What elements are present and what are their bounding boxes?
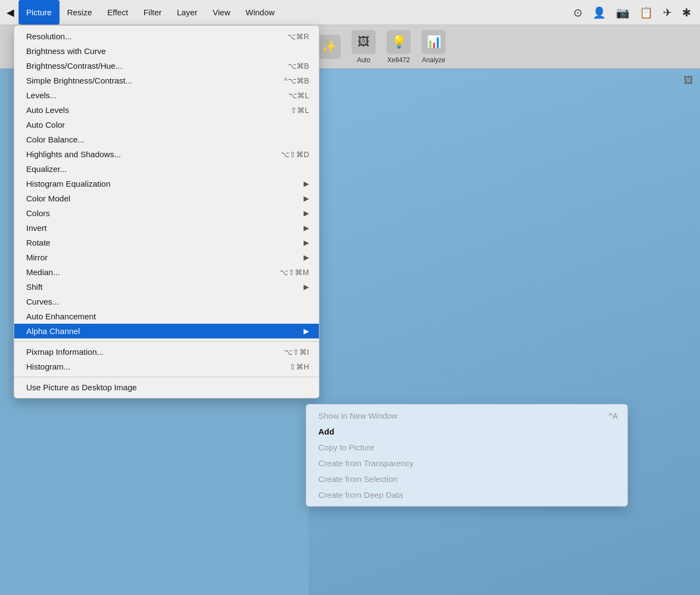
clipboard-icon[interactable]: 📋 — [639, 6, 653, 19]
submenu-item-create-from-selection[interactable]: Create from Selection — [306, 471, 627, 487]
canvas-area: 🖼 — [309, 69, 700, 595]
menu-item-equalizer-label: Equalizer... — [26, 164, 67, 174]
menu-item-auto-levels[interactable]: Auto Levels ⇧⌘L — [14, 103, 319, 117]
menu-item-highlights-shadows-label: Highlights and Shadows... — [26, 150, 121, 159]
menu-item-color-balance-label: Color Balance... — [26, 135, 85, 144]
menu-item-resolution-shortcut: ⌥⌘R — [287, 32, 309, 41]
menu-item-use-desktop-label: Use Picture as Desktop Image — [26, 383, 137, 392]
star-icon[interactable]: ✱ — [682, 6, 691, 19]
person-icon[interactable]: 👤 — [592, 6, 606, 19]
invert-arrow-icon: ▶ — [304, 224, 309, 232]
menu-item-curves[interactable]: Curves... — [14, 294, 319, 309]
menu-item-resolution[interactable]: Resolution... ⌥⌘R — [14, 29, 319, 44]
submenu-copy-to-picture-label: Copy to Picture — [318, 443, 375, 452]
menubar: ◀ Picture Resize Effect Filter Layer Vie… — [0, 0, 700, 25]
submenu-create-from-deep-data-label: Create from Deep Data — [318, 490, 403, 499]
menu-item-histogram-label: Histogram... — [26, 362, 70, 371]
menu-item-alpha-channel-label: Alpha Channel — [26, 326, 80, 336]
submenu-create-from-selection-label: Create from Selection — [318, 474, 398, 484]
toolbar-btn-xe8472[interactable]: 💡 Xe8472 — [387, 30, 411, 64]
menu-item-auto-enhancement[interactable]: Auto Enhancement — [14, 309, 319, 324]
menu-item-median[interactable]: Median... ⌥⇧⌘M — [14, 265, 319, 279]
menu-item-mirror[interactable]: Mirror ▶ — [14, 250, 319, 265]
menu-item-highlights-shadows-shortcut: ⌥⇧⌘D — [281, 150, 309, 159]
menubar-item-resize[interactable]: Resize — [60, 0, 100, 25]
menu-item-rotate[interactable]: Rotate ▶ — [14, 235, 319, 250]
menu-item-colors[interactable]: Colors ▶ — [14, 206, 319, 221]
menubar-item-window[interactable]: Window — [238, 0, 282, 25]
menu-item-color-balance[interactable]: Color Balance... — [14, 132, 319, 147]
menu-item-median-shortcut: ⌥⇧⌘M — [280, 268, 309, 277]
canvas-icon: 🖼 — [684, 75, 693, 86]
color-model-arrow-icon: ▶ — [304, 194, 309, 203]
submenu-item-create-from-transparency[interactable]: Create from Transparency — [306, 455, 627, 471]
submenu-item-copy-to-picture[interactable]: Copy to Picture — [306, 439, 627, 455]
menu-item-brightness-curve[interactable]: Brightness with Curve — [14, 44, 319, 58]
menu-item-pixmap-info-label: Pixmap Information... — [26, 347, 104, 356]
submenu-item-add[interactable]: Add — [306, 424, 627, 439]
shift-arrow-icon: ▶ — [304, 283, 309, 291]
menu-item-levels[interactable]: Levels... ⌥⌘L — [14, 88, 319, 103]
menu-item-simple-brightness-shortcut: ^⌥⌘B — [284, 76, 309, 85]
menu-item-auto-color[interactable]: Auto Color — [14, 117, 319, 132]
menu-item-levels-shortcut: ⌥⌘L — [288, 91, 309, 100]
camera-icon[interactable]: 📷 — [616, 6, 630, 19]
wand-icon: ✨ — [317, 35, 341, 59]
menu-item-shift-label: Shift — [26, 282, 43, 291]
menubar-item-t[interactable]: ◀ — [0, 0, 19, 25]
menu-item-equalizer[interactable]: Equalizer... — [14, 162, 319, 176]
menubar-item-picture[interactable]: Picture — [19, 0, 60, 25]
menu-item-auto-levels-shortcut: ⇧⌘L — [290, 106, 309, 115]
menu-item-brightness-contrast-hue-label: Brightness/Contrast/Hue... — [26, 61, 122, 70]
menu-item-brightness-curve-label: Brightness with Curve — [26, 46, 106, 56]
submenu-item-show-new-window[interactable]: Show in New Window ^A — [306, 408, 627, 424]
menu-item-highlights-shadows[interactable]: Highlights and Shadows... ⌥⇧⌘D — [14, 147, 319, 162]
menu-item-brightness-contrast-hue-shortcut: ⌥⌘B — [288, 62, 309, 70]
submenu-add-label: Add — [318, 427, 334, 436]
rotate-arrow-icon: ▶ — [304, 239, 309, 247]
menu-item-invert-label: Invert — [26, 223, 47, 233]
menu-item-color-model[interactable]: Color Model ▶ — [14, 191, 319, 206]
menubar-item-layer[interactable]: Layer — [169, 0, 205, 25]
menu-item-median-label: Median... — [26, 267, 60, 277]
submenu-create-from-transparency-label: Create from Transparency — [318, 459, 413, 468]
menu-item-auto-color-label: Auto Color — [26, 120, 65, 129]
alpha-channel-submenu: Show in New Window ^A Add Copy to Pictur… — [306, 404, 628, 507]
menubar-item-filter[interactable]: Filter — [136, 0, 169, 25]
menu-item-pixmap-info[interactable]: Pixmap Information... ⌥⇧⌘I — [14, 344, 319, 359]
submenu-item-create-from-deep-data[interactable]: Create from Deep Data — [306, 487, 627, 503]
toolbar-label-analyze: Analyze — [422, 56, 446, 64]
menu-item-auto-enhancement-label: Auto Enhancement — [26, 312, 96, 321]
menubar-item-effect[interactable]: Effect — [100, 0, 136, 25]
menu-item-pixmap-info-shortcut: ⌥⇧⌘I — [284, 348, 309, 356]
menubar-item-view[interactable]: View — [205, 0, 238, 25]
menu-separator-1 — [14, 341, 319, 342]
toolbar-label-xe8472: Xe8472 — [387, 56, 410, 64]
menu-item-histogram-shortcut: ⇧⌘H — [289, 362, 309, 371]
analyze-icon: 📊 — [422, 30, 446, 54]
menu-item-simple-brightness[interactable]: Simple Brightness/Contrast... ^⌥⌘B — [14, 73, 319, 88]
menu-item-mirror-label: Mirror — [26, 253, 48, 262]
menu-item-histogram-equalization[interactable]: Histogram Equalization ▶ — [14, 176, 319, 191]
menu-item-alpha-channel[interactable]: Alpha Channel ▶ — [14, 324, 319, 338]
picture-menu: Resolution... ⌥⌘R Brightness with Curve … — [14, 25, 319, 398]
menu-item-brightness-contrast-hue[interactable]: Brightness/Contrast/Hue... ⌥⌘B — [14, 58, 319, 73]
toolbar-btn-auto[interactable]: 🖼 Auto — [352, 30, 376, 64]
toolbar-btn-analyze[interactable]: 📊 Analyze — [422, 30, 446, 64]
menu-item-histogram-equalization-label: Histogram Equalization — [26, 179, 110, 188]
menu-item-levels-label: Levels... — [26, 91, 57, 100]
menu-item-colors-label: Colors — [26, 209, 50, 218]
menu-item-color-model-label: Color Model — [26, 194, 70, 203]
export-icon[interactable]: ✈ — [663, 6, 672, 19]
menu-item-curves-label: Curves... — [26, 297, 59, 306]
menubar-icons: ⊙ 👤 📷 📋 ✈ ✱ — [573, 6, 700, 19]
submenu-show-new-window-shortcut: ^A — [609, 412, 618, 420]
toolbar-btn-wand[interactable]: ✨ — [317, 35, 341, 59]
menu-item-shift[interactable]: Shift ▶ — [14, 279, 319, 294]
histogram-equalization-arrow-icon: ▶ — [304, 180, 309, 188]
menu-item-invert[interactable]: Invert ▶ — [14, 221, 319, 235]
menu-item-histogram[interactable]: Histogram... ⇧⌘H — [14, 359, 319, 374]
menu-item-auto-levels-label: Auto Levels — [26, 105, 69, 115]
target-icon[interactable]: ⊙ — [573, 6, 583, 19]
menu-item-use-desktop[interactable]: Use Picture as Desktop Image — [14, 380, 319, 395]
